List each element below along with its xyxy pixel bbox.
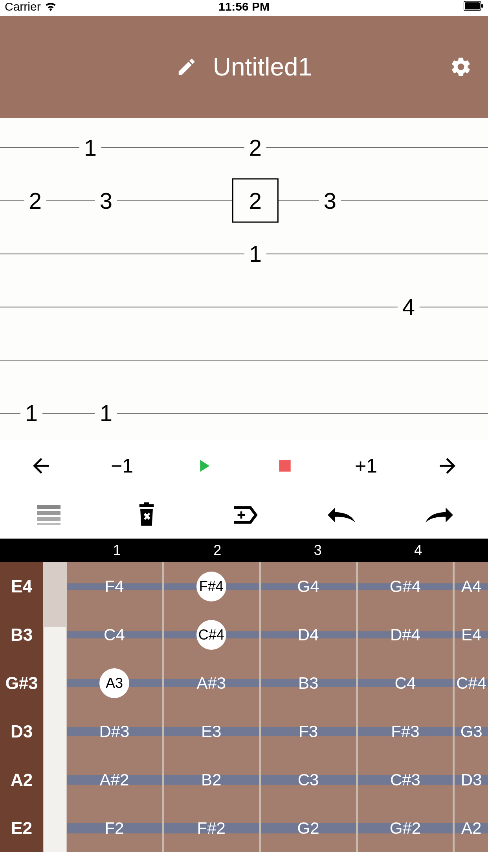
fret-cell[interactable]: D#4: [358, 611, 453, 659]
fret-cell[interactable]: B3: [261, 659, 356, 707]
fret-cell[interactable]: D3: [455, 756, 488, 804]
fret-note: C4: [395, 674, 416, 693]
string-labels: E4B3G#3D3A2E2: [0, 562, 43, 852]
fret-number: 2: [167, 539, 268, 562]
fret-cell[interactable]: G4: [261, 562, 356, 611]
fret-cell[interactable]: F4: [67, 562, 162, 611]
fret-cell[interactable]: C4: [358, 659, 453, 707]
nut-selection: [44, 627, 66, 852]
tab-note[interactable]: 1: [244, 241, 266, 267]
fret-note: D4: [298, 625, 319, 644]
fret-cell[interactable]: C#3: [358, 756, 453, 804]
tab-note[interactable]: 1: [95, 400, 117, 426]
tab-note[interactable]: 3: [95, 188, 117, 214]
fret-cell[interactable]: D4: [261, 611, 356, 659]
next-button[interactable]: [428, 446, 467, 485]
fret-cell[interactable]: C#4: [164, 611, 259, 659]
svg-rect-6: [37, 517, 61, 521]
svg-rect-5: [37, 511, 61, 515]
fret-note: A#2: [100, 771, 129, 789]
fret-note: F4: [105, 577, 124, 596]
edit-icon[interactable]: [176, 56, 197, 77]
playback-controls: −1 +1: [0, 440, 488, 491]
prev-button[interactable]: [21, 446, 61, 485]
fret-note: F#2: [197, 819, 226, 838]
string-label[interactable]: D3: [0, 707, 43, 756]
tab-note[interactable]: 2: [244, 134, 266, 161]
fret-cell[interactable]: D#3: [67, 707, 162, 756]
tab-string-line: [0, 360, 488, 360]
string-label[interactable]: B3: [0, 611, 43, 659]
fret-cell[interactable]: F#2: [164, 804, 259, 852]
fret-note: C#3: [390, 771, 420, 789]
fret-note: C#4: [456, 674, 486, 693]
fret-cell[interactable]: C4: [67, 611, 162, 659]
string-label[interactable]: G#3: [0, 659, 43, 707]
fret-cell[interactable]: E4: [455, 611, 488, 659]
string-label[interactable]: E4: [0, 562, 43, 611]
fret-note: B3: [298, 674, 318, 693]
fret-cell[interactable]: F#4: [164, 562, 259, 611]
fret-cell[interactable]: F2: [67, 804, 162, 852]
fret-number: 1: [67, 539, 167, 562]
carrier-label: Carrier: [5, 0, 41, 13]
fret-number: 4: [368, 539, 469, 562]
plus-one-button[interactable]: +1: [347, 446, 386, 485]
fret-note: F3: [299, 722, 318, 741]
tab-area[interactable]: 1223231411: [0, 118, 488, 440]
fret-cell[interactable]: G#4: [358, 562, 453, 611]
fret-cell[interactable]: C#4: [455, 659, 488, 707]
fret-note: A#3: [196, 674, 226, 693]
fret-note: F#3: [391, 722, 419, 741]
fret-cell[interactable]: G#2: [358, 804, 453, 852]
tab-note[interactable]: 3: [319, 188, 341, 214]
fret-cell[interactable]: F3: [261, 707, 356, 756]
fret-cell[interactable]: A#2: [67, 756, 162, 804]
string-label[interactable]: E2: [0, 804, 43, 852]
svg-rect-2: [481, 4, 483, 8]
minus-one-button[interactable]: −1: [103, 446, 142, 485]
fretboard[interactable]: E4B3G#3D3A2E2 F4C4A3D#3A#2F2F#4C#4A#3E3B…: [0, 562, 488, 852]
fret-note: G#2: [390, 819, 421, 838]
tab-note[interactable]: 1: [20, 400, 42, 426]
delete-button[interactable]: [127, 495, 166, 535]
fret-cell[interactable]: A4: [455, 562, 488, 611]
tab-note[interactable]: 2: [232, 178, 279, 223]
tab-note[interactable]: 1: [79, 134, 101, 161]
fret-cell[interactable]: G2: [261, 804, 356, 852]
string-label[interactable]: A2: [0, 756, 43, 804]
insert-button[interactable]: [224, 495, 264, 535]
fret-note: B2: [201, 771, 221, 789]
fret-cell[interactable]: F#3: [358, 707, 453, 756]
wifi-icon: [45, 2, 57, 11]
fret-note: D3: [461, 771, 482, 789]
tab-note[interactable]: 2: [24, 188, 46, 214]
status-bar: Carrier 11:56 PM: [0, 0, 488, 16]
svg-rect-7: [37, 523, 61, 525]
fret-cell[interactable]: E3: [164, 707, 259, 756]
fret-note: G4: [297, 577, 319, 596]
fret-cell[interactable]: G3: [455, 707, 488, 756]
fret-cell[interactable]: B2: [164, 756, 259, 804]
stop-button[interactable]: [265, 446, 305, 485]
fret-note: A4: [461, 577, 481, 596]
header: Untitled1: [0, 16, 488, 118]
fret-number: 3: [268, 539, 368, 562]
fret-cell[interactable]: A2: [455, 804, 488, 852]
settings-button[interactable]: [449, 55, 472, 78]
battery-icon: [464, 1, 483, 11]
nut-column[interactable]: [43, 562, 67, 852]
menu-button[interactable]: [29, 495, 68, 535]
fret-note: D#3: [99, 722, 129, 741]
fret-note: C#4: [196, 620, 226, 650]
redo-button[interactable]: [420, 495, 459, 535]
fret-note: F#4: [196, 572, 226, 601]
tab-note[interactable]: 4: [398, 294, 420, 320]
fret-cell[interactable]: C3: [261, 756, 356, 804]
page-title[interactable]: Untitled1: [213, 52, 312, 81]
fret-cell[interactable]: A3: [67, 659, 162, 707]
fret-cell[interactable]: A#3: [164, 659, 259, 707]
undo-button[interactable]: [322, 495, 361, 535]
play-button[interactable]: [184, 446, 223, 485]
status-time: 11:56 PM: [218, 0, 270, 13]
